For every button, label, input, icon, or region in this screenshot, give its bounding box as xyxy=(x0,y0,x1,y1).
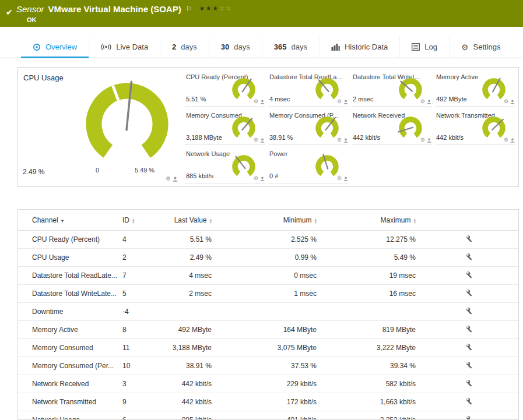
priority-stars[interactable]: ★★★☆☆ xyxy=(199,5,232,12)
channel-settings-gear-icon[interactable]: ⚙ xyxy=(254,137,258,143)
column-label: Last Value xyxy=(174,216,207,224)
tab-bar: Overview Live Data 2 days 30 days 365 da… xyxy=(0,36,523,58)
tab-number: 30 xyxy=(221,43,229,51)
channel-name-cell: Memory Consumed (Per... xyxy=(18,357,119,375)
edit-channel-wrench-icon[interactable] xyxy=(466,379,473,389)
minimum-cell: 0 msec xyxy=(216,267,321,285)
user-access-icon[interactable] xyxy=(343,138,348,143)
channel-id-cell: 7 xyxy=(119,267,169,285)
edit-channel-wrench-icon[interactable] xyxy=(466,361,473,370)
channel-id-cell: 2 xyxy=(119,249,169,267)
table-row: Memory Consumed (Per... 10 38.91 % 37.53… xyxy=(18,357,518,375)
user-access-icon[interactable] xyxy=(343,177,348,181)
edit-channel-wrench-icon[interactable] xyxy=(466,289,473,298)
user-access-icon[interactable] xyxy=(173,177,178,182)
user-access-icon[interactable] xyxy=(427,138,431,143)
column-header-id[interactable]: ID▴▾ xyxy=(119,210,169,231)
tab-log[interactable]: Log xyxy=(399,36,449,58)
object-type-label: Sensor xyxy=(16,4,44,14)
maximum-cell: 19 msec xyxy=(321,267,420,285)
maximum-cell: 1,663 kbit/s xyxy=(321,393,420,411)
edit-channel-wrench-icon[interactable] xyxy=(466,271,473,280)
channel-settings-gear-icon[interactable]: ⚙ xyxy=(420,99,425,104)
edit-channel-wrench-icon[interactable] xyxy=(466,235,473,244)
user-access-icon[interactable] xyxy=(427,100,431,104)
user-access-icon[interactable] xyxy=(260,177,265,181)
tab-overview[interactable]: Overview xyxy=(21,36,89,58)
column-header-maximum[interactable]: Maximum▴▾ xyxy=(321,210,420,231)
channel-settings-gear-icon[interactable]: ⚙ xyxy=(504,99,508,104)
sort-icon: ▴▾ xyxy=(413,218,416,224)
table-row: Downtime -4 xyxy=(18,303,518,321)
tab-label: Log xyxy=(424,43,437,51)
column-header-last-value[interactable]: Last Value▴▾ xyxy=(169,210,216,231)
minimum-cell xyxy=(216,303,321,321)
column-header-minimum[interactable]: Minimum▴▾ xyxy=(216,210,321,231)
channel-name-cell: Downtime xyxy=(18,303,119,321)
table-row: CPU Usage 2 2.49 % 0.99 % 5.49 % xyxy=(18,249,518,267)
gauge-value: 2 msec xyxy=(353,96,373,103)
channel-id-cell: 6 xyxy=(119,411,169,420)
maximum-cell: 39.34 % xyxy=(321,357,420,375)
last-value-cell xyxy=(169,303,216,321)
gauge-value: 442 kbit/s xyxy=(436,134,464,141)
gauge-min-label: 0 xyxy=(86,167,109,174)
edit-channel-wrench-icon[interactable] xyxy=(466,325,473,334)
channel-settings-gear-icon[interactable]: ⚙ xyxy=(166,176,171,182)
gear-icon: ⚙ xyxy=(461,43,469,51)
tab-2-days[interactable]: 2 days xyxy=(160,36,209,58)
tab-number: 365 xyxy=(274,43,287,51)
channels-table-panel: Channel▾ ID▴▾ Last Value▴▾ Minimum▴▾ Max… xyxy=(17,209,519,420)
table-row: Memory Consumed 11 3,188 MByte 3,075 MBy… xyxy=(18,339,518,357)
user-access-icon[interactable] xyxy=(260,138,265,143)
table-row: Network Received 3 442 kbit/s 229 kbit/s… xyxy=(18,375,518,393)
tab-live-data[interactable]: Live Data xyxy=(89,36,160,58)
channel-settings-gear-icon[interactable]: ⚙ xyxy=(254,99,258,104)
tab-label: days xyxy=(291,43,307,51)
channel-settings-gear-icon[interactable]: ⚙ xyxy=(254,176,258,181)
edit-channel-wrench-icon[interactable] xyxy=(466,415,473,420)
tab-historic-data[interactable]: Historic Data xyxy=(319,36,399,58)
small-gauge-network-transmitted: Network Transmitted 442 kbit/s ⚙ xyxy=(435,111,515,145)
gauge-mini-icons: ⚙ xyxy=(254,99,265,104)
last-value-cell: 2 msec xyxy=(169,285,216,303)
channel-id-cell: 4 xyxy=(119,231,169,249)
gauge-current-value: 2.49 % xyxy=(23,168,44,176)
user-access-icon[interactable] xyxy=(510,138,515,143)
channel-name-cell: Network Transmitted xyxy=(18,393,119,411)
priority-flag-icon[interactable]: ⚐ xyxy=(186,5,192,13)
channel-settings-gear-icon[interactable]: ⚙ xyxy=(420,137,425,143)
channel-settings-gear-icon[interactable]: ⚙ xyxy=(337,137,342,143)
channel-name-cell: CPU Usage xyxy=(18,249,119,267)
last-value-cell: 38.91 % xyxy=(169,357,216,375)
minimum-cell: 1 msec xyxy=(216,285,321,303)
edit-channel-wrench-icon[interactable] xyxy=(466,307,473,316)
sort-descending-icon: ▾ xyxy=(61,218,64,224)
channel-id-cell: 8 xyxy=(119,321,169,339)
channel-settings-gear-icon[interactable]: ⚙ xyxy=(504,137,508,143)
channel-id-cell: 9 xyxy=(119,393,169,411)
channel-settings-gear-icon[interactable]: ⚙ xyxy=(337,176,342,181)
small-gauge-network-received: Network Received 442 kbit/s ⚙ xyxy=(352,111,432,145)
channel-settings-gear-icon[interactable]: ⚙ xyxy=(337,99,342,104)
user-access-icon[interactable] xyxy=(260,100,265,104)
tab-30-days[interactable]: 30 days xyxy=(209,36,262,58)
small-gauge-memory-consumed-pct: Memory Consumed (P... 38.91 % ⚙ xyxy=(268,111,349,145)
edit-channel-wrench-icon[interactable] xyxy=(466,397,473,407)
tab-settings[interactable]: ⚙ Settings xyxy=(449,36,513,58)
gauge-value: 0 # xyxy=(269,172,278,179)
minimum-cell: 172 kbit/s xyxy=(216,393,321,411)
tab-365-days[interactable]: 365 days xyxy=(262,36,319,58)
minimum-cell: 164 MByte xyxy=(216,321,321,339)
user-access-icon[interactable] xyxy=(343,100,348,104)
edit-channel-wrench-icon[interactable] xyxy=(466,253,473,262)
column-label: Maximum xyxy=(380,216,410,224)
user-access-icon[interactable] xyxy=(510,100,515,104)
column-header-channel[interactable]: Channel▾ xyxy=(18,210,119,231)
last-value-cell: 442 kbit/s xyxy=(169,375,216,393)
channel-name-cell: CPU Ready (Percent) xyxy=(18,231,119,249)
minimum-cell: 3,075 MByte xyxy=(216,339,321,357)
sensor-header: ✔ Sensor VMware Virtual Machine (SOAP) ⚐… xyxy=(0,0,523,27)
edit-channel-wrench-icon[interactable] xyxy=(466,343,473,352)
gauge-value: 5.51 % xyxy=(186,96,206,103)
